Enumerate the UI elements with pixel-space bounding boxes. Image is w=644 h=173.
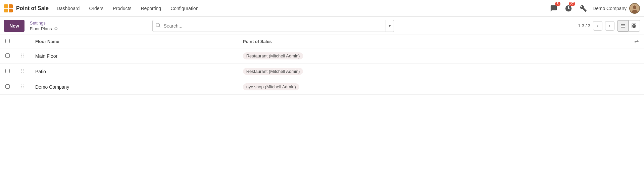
column-adjust-button[interactable]: ⇌: [634, 38, 639, 45]
breadcrumb-current-row: Floor Plans ⚙: [30, 26, 58, 31]
pagination-area: 1-3 / 3 ‹ ›: [578, 20, 640, 32]
new-button[interactable]: New: [4, 20, 24, 32]
drag-handle-icon[interactable]: ⠿: [20, 53, 24, 59]
tag-badge: nyc shop (Mitchell Admin): [243, 83, 299, 90]
floor-name-cell: Demo Company: [30, 79, 238, 95]
point-of-sales-cell: Restaurant (Mitchell Admin): [238, 64, 574, 79]
tools-button[interactable]: [578, 3, 589, 14]
point-of-sales-header[interactable]: Point of Sales: [238, 35, 574, 48]
navbar-right: 5 27 Demo Company: [548, 3, 640, 14]
point-of-sales-cell: Restaurant (Mitchell Admin): [238, 48, 574, 64]
svg-rect-2: [4, 9, 8, 12]
activity-badge: 27: [569, 2, 575, 6]
nav-products[interactable]: Products: [109, 4, 135, 13]
nav-reporting[interactable]: Reporting: [137, 4, 165, 13]
pagination-info: 1-3 / 3: [578, 23, 590, 28]
breadcrumb-current-label: Floor Plans: [30, 26, 52, 31]
company-selector[interactable]: Demo Company: [593, 3, 640, 14]
tag-badge: Restaurant (Mitchell Admin): [243, 52, 303, 59]
drag-header: [15, 35, 30, 48]
select-all-header: [0, 35, 15, 48]
tag-badge: Restaurant (Mitchell Admin): [243, 68, 303, 75]
nav-dashboard[interactable]: Dashboard: [53, 4, 84, 13]
view-switcher: [617, 20, 640, 32]
kanban-view-icon: [631, 23, 637, 29]
tools-icon: [580, 5, 587, 12]
logo-icon: [4, 4, 13, 12]
kanban-view-button[interactable]: [629, 20, 640, 32]
drag-handle-icon[interactable]: ⠿: [20, 84, 24, 90]
messages-button[interactable]: 5: [548, 3, 559, 14]
breadcrumb-parent[interactable]: Settings: [30, 20, 58, 26]
svg-rect-1: [9, 4, 13, 8]
drag-handle-icon[interactable]: ⠿: [20, 69, 24, 74]
table-row[interactable]: ⠿PatioRestaurant (Mitchell Admin): [0, 64, 644, 79]
company-name: Demo Company: [593, 6, 627, 11]
search-input[interactable]: [163, 23, 386, 29]
search-dropdown-button[interactable]: ▾: [386, 20, 394, 32]
floor-name-header[interactable]: Floor Name: [30, 35, 238, 48]
nav-configuration[interactable]: Configuration: [166, 4, 202, 13]
avatar: [629, 3, 640, 14]
svg-rect-15: [635, 26, 636, 28]
svg-rect-13: [635, 24, 636, 26]
select-all-checkbox[interactable]: [5, 39, 10, 43]
svg-rect-12: [632, 24, 634, 26]
list-view-button[interactable]: [617, 20, 629, 32]
app-logo[interactable]: Point of Sale: [4, 4, 49, 12]
table-header-row: Floor Name Point of Sales ⇌: [0, 35, 644, 48]
svg-rect-3: [9, 9, 13, 12]
messages-badge: 5: [555, 2, 560, 6]
floor-plans-table: Floor Name Point of Sales ⇌ ⠿Main FloorR…: [0, 35, 644, 95]
navbar: Point of Sale Dashboard Orders Products …: [0, 0, 644, 17]
nav-orders[interactable]: Orders: [85, 4, 107, 13]
row-checkbox-0[interactable]: [5, 53, 10, 58]
list-view-icon: [620, 23, 626, 29]
search-icon: [153, 23, 163, 29]
floor-plans-settings-icon[interactable]: ⚙: [54, 26, 58, 31]
pagination-next-button[interactable]: ›: [605, 21, 614, 31]
search-box[interactable]: ▾: [152, 20, 394, 32]
table-row[interactable]: ⠿Main FloorRestaurant (Mitchell Admin): [0, 48, 644, 64]
breadcrumb: Settings Floor Plans ⚙: [30, 20, 58, 31]
floor-name-cell: Patio: [30, 64, 238, 79]
subbar: New Settings Floor Plans ⚙ ▾ 1-3 / 3 ‹ ›: [0, 17, 644, 35]
svg-point-6: [633, 5, 637, 9]
table-row[interactable]: ⠿Demo Companynyc shop (Mitchell Admin): [0, 79, 644, 95]
svg-rect-14: [632, 26, 634, 28]
app-name: Point of Sale: [16, 5, 49, 11]
table-container: Floor Name Point of Sales ⇌ ⠿Main FloorR…: [0, 35, 644, 95]
pagination-prev-button[interactable]: ‹: [593, 21, 602, 31]
activity-button[interactable]: 27: [563, 3, 574, 14]
point-of-sales-cell: nyc shop (Mitchell Admin): [238, 79, 574, 95]
row-checkbox-1[interactable]: [5, 69, 10, 73]
floor-name-cell: Main Floor: [30, 48, 238, 64]
col-adjust-header: ⇌: [574, 35, 644, 48]
svg-rect-0: [4, 4, 8, 8]
row-checkbox-2[interactable]: [5, 84, 10, 89]
